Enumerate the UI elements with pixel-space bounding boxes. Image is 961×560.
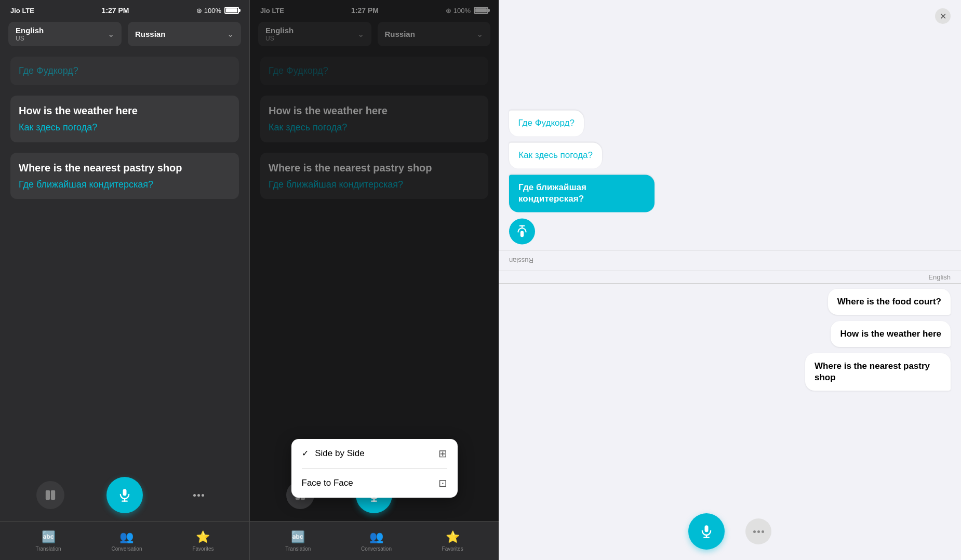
- face-bottom-controls: [499, 505, 961, 560]
- tab-bar-1: 🔤 Translation 👥 Conversation ⭐ Favorites: [0, 521, 249, 560]
- tab-favorites-1[interactable]: ⭐ Favorites: [192, 530, 213, 552]
- russian-label: Russian: [509, 255, 533, 266]
- favorites-icon-1: ⭐: [196, 530, 210, 544]
- battery-percent-1: ⊛ 100%: [196, 7, 221, 15]
- dot-9: [762, 530, 764, 533]
- dropdown-side-by-side[interactable]: ✓ Side by Side ⊞: [291, 439, 458, 468]
- chevron-down-icon-russian-1[interactable]: ⌄: [227, 29, 234, 39]
- face-mic-button[interactable]: [688, 513, 725, 550]
- svg-rect-1: [51, 490, 55, 500]
- layout-icon-1: [45, 489, 56, 501]
- dot-3: [202, 494, 204, 497]
- tab-conversation-1[interactable]: 👥 Conversation: [112, 530, 142, 552]
- tab-translation-1[interactable]: 🔤 Translation: [35, 530, 61, 552]
- close-button[interactable]: ✕: [935, 8, 951, 24]
- battery-icon-1: [224, 7, 239, 14]
- russian-section: Где ближайшая кондитерская? Как здесь по…: [499, 28, 961, 250]
- favorites-icon-2: ⭐: [446, 530, 460, 544]
- lang-selector-russian-1[interactable]: Russian ⌄: [128, 22, 241, 46]
- chevron-down-icon-1[interactable]: ⌄: [108, 29, 114, 39]
- dropdown-face-to-face[interactable]: Face to Face ⊡: [291, 469, 458, 498]
- carrier-text-1: Jio LTE: [10, 7, 34, 15]
- phone-panel-2: Jio LTE 1:27 PM ⊛ 100% English US ⌄ Russ…: [249, 0, 499, 560]
- tab-bar-2: 🔤 Translation 👥 Conversation ⭐ Favorites: [250, 521, 499, 560]
- bubble-text-weather-en: How is the weather here: [840, 328, 941, 340]
- entry-english-weather-1: How is the weather here: [19, 104, 231, 117]
- side-by-side-label: Side by Side: [315, 448, 364, 458]
- tab-label-conversation-1: Conversation: [112, 546, 142, 552]
- lang-name-1: English: [16, 26, 44, 35]
- english-section: Where is the food court? How is the weat…: [499, 284, 961, 505]
- tab-label-conversation-2: Conversation: [361, 546, 392, 552]
- dot-2: [197, 494, 200, 497]
- dropdown-menu-2: ✓ Side by Side ⊞ Face to Face ⊡: [291, 439, 458, 498]
- bubble-english-pastry: Where is the nearest pastry shop: [805, 353, 951, 391]
- bubble-text-konditer: Где ближайшая кондитерская?: [518, 182, 645, 205]
- dot-1: [193, 494, 196, 497]
- bubble-english-weather: How is the weather here: [831, 321, 951, 347]
- dot-7: [753, 530, 756, 533]
- lang-region-1: US: [16, 35, 44, 42]
- svg-rect-0: [46, 490, 50, 500]
- translation-entry-pastry-1: Where is the nearest pastry shop Где бли…: [10, 153, 239, 199]
- english-label: English: [928, 273, 951, 281]
- entry-text-foodcourt-1: Где Фудкорд?: [19, 65, 231, 77]
- face-close-bar: ✕: [499, 0, 961, 28]
- face-to-face-icon: ⊡: [438, 477, 447, 489]
- side-by-side-icon: ⊞: [438, 447, 447, 460]
- check-icon: ✓: [302, 449, 309, 458]
- tab-favorites-2[interactable]: ⭐ Favorites: [442, 530, 463, 552]
- speaker-avatar-russian: [509, 219, 535, 245]
- battery-area-1: ⊛ 100%: [196, 7, 239, 15]
- mic-button-1[interactable]: [106, 477, 143, 513]
- carrier-1: Jio LTE: [10, 7, 34, 15]
- translate-icon-2: 🔤: [291, 530, 305, 544]
- face-divider: Russian: [499, 250, 961, 271]
- lang-name-russian-1: Russian: [135, 30, 165, 38]
- bottom-controls-1: [0, 472, 249, 518]
- more-button-1[interactable]: [185, 481, 213, 509]
- entry-russian-weather-1: Как здесь погода?: [19, 122, 231, 134]
- bubble-english-foodcourt: Where is the food court?: [828, 289, 951, 315]
- lang-bar-1: English US ⌄ Russian ⌄: [0, 18, 249, 50]
- time-1: 1:27 PM: [102, 6, 129, 15]
- tab-conversation-2[interactable]: 👥 Conversation: [361, 530, 392, 552]
- tab-label-translation-2: Translation: [285, 546, 311, 552]
- conversation-icon-1: 👥: [119, 530, 134, 544]
- lang-selector-english-1[interactable]: English US ⌄: [8, 22, 122, 46]
- translate-icon-1: 🔤: [42, 530, 56, 544]
- mic-icon-1: [117, 488, 132, 502]
- bubble-russian-foodcourt: Где Фудкорд?: [509, 110, 584, 136]
- svg-rect-2: [123, 489, 126, 496]
- tab-label-translation-1: Translation: [35, 546, 61, 552]
- tab-label-favorites-2: Favorites: [442, 546, 463, 552]
- tab-translation-2[interactable]: 🔤 Translation: [285, 530, 311, 552]
- phone-panel-1: Jio LTE 1:27 PM ⊛ 100% English US ⌄ Russ…: [0, 0, 249, 560]
- conversation-icon-2: 👥: [369, 530, 383, 544]
- status-bar-1: Jio LTE 1:27 PM ⊛ 100%: [0, 0, 249, 18]
- bubble-text-pogoda: Как здесь погода?: [518, 150, 593, 161]
- face-to-face-label: Face to Face: [302, 478, 353, 488]
- bubble-text-foodcourt-ru: Где Фудкорд?: [518, 117, 575, 129]
- content-area-1: Где Фудкорд? How is the weather here Как…: [0, 50, 249, 461]
- bubble-russian-konditer: Где ближайшая кондитерская?: [509, 175, 655, 212]
- svg-rect-10: [520, 231, 524, 237]
- face-mic-icon: [699, 524, 714, 539]
- mic-icon-avatar: [515, 225, 529, 238]
- translation-entry-weather-1: How is the weather here Как здесь погода…: [10, 96, 239, 142]
- entry-english-pastry-1: Where is the nearest pastry shop: [19, 161, 231, 175]
- bubble-russian-pogoda: Как здесь погода?: [509, 142, 602, 168]
- translation-entry-foodcourt-1: Где Фудкорд?: [10, 57, 239, 85]
- svg-rect-13: [705, 525, 709, 532]
- face-to-face-panel: ✕ Где ближайшая кондитерская? Как здесь …: [499, 0, 961, 560]
- bubble-text-foodcourt-en: Where is the food court?: [837, 296, 941, 308]
- face-more-button[interactable]: [745, 518, 771, 544]
- bubble-text-pastry-en: Where is the nearest pastry shop: [815, 361, 941, 383]
- english-label-bar: English: [499, 271, 961, 284]
- dot-8: [757, 530, 760, 533]
- entry-russian-pastry-1: Где ближайшая кондитерская?: [19, 179, 231, 191]
- tab-label-favorites-1: Favorites: [192, 546, 213, 552]
- layout-button-1[interactable]: [36, 481, 64, 509]
